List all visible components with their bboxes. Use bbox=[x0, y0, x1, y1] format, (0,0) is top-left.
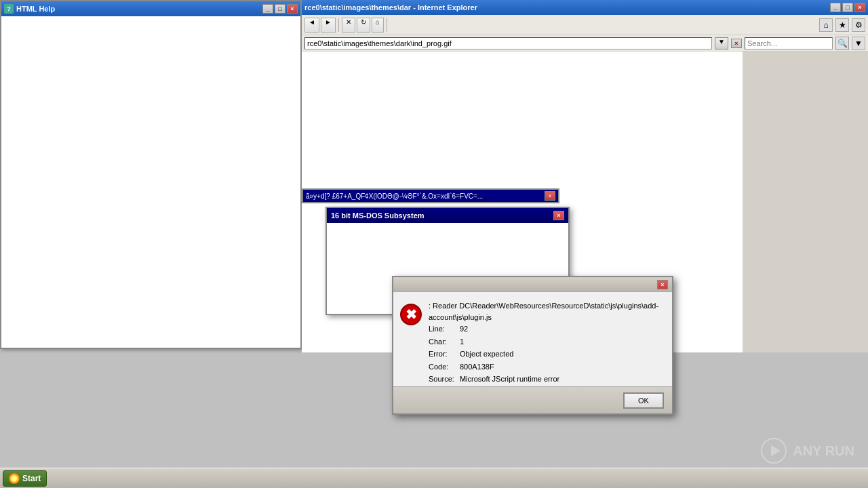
html-help-close-btn[interactable]: × bbox=[287, 4, 298, 14]
error-url-value: DC\Reader\WebResources\ResourceD\static\… bbox=[429, 302, 658, 321]
error-error-row: Error: Object expected bbox=[429, 348, 565, 361]
ie-address-bar: ▼ × 🔍 ▼ bbox=[302, 35, 868, 52]
html-help-title: HTML Help bbox=[16, 5, 55, 13]
error-icon: ✖ bbox=[400, 304, 422, 325]
garbled-window: ã»y+d[? £67+A_QF¢X(lODΘ@-¼ΘF°`&.Ox=xdI`6… bbox=[302, 188, 559, 203]
error-close-btn[interactable]: × bbox=[657, 280, 668, 289]
html-help-maximize-btn[interactable]: □ bbox=[275, 4, 285, 14]
html-help-titlebar: ? HTML Help _ □ × bbox=[1, 1, 300, 16]
msdos-close-btn[interactable]: × bbox=[553, 211, 564, 220]
error-line-label: Line: bbox=[429, 323, 460, 336]
ie-stop-x-btn[interactable]: × bbox=[731, 39, 742, 48]
error-dialog-header: × bbox=[393, 277, 672, 292]
error-code-label: Code: bbox=[429, 361, 460, 373]
html-help-content bbox=[1, 16, 300, 348]
anyrun-text: ANY RUN bbox=[793, 443, 854, 459]
start-button[interactable]: Start bbox=[3, 470, 47, 487]
anyrun-watermark: ANY RUN bbox=[760, 437, 854, 464]
ie-minimize-btn[interactable]: _ bbox=[830, 3, 841, 12]
ie-forward-btn[interactable]: ► bbox=[321, 18, 336, 33]
ie-window-controls: _ □ × bbox=[830, 3, 865, 12]
ie-icon-group: ⌂ ★ ⚙ bbox=[819, 18, 865, 32]
toolbar-sep-1 bbox=[338, 18, 339, 32]
start-icon bbox=[9, 473, 20, 484]
error-char-value: 1 bbox=[460, 336, 565, 348]
error-circle-icon: ✖ bbox=[400, 304, 422, 325]
ie-address-dropdown-btn[interactable]: ▼ bbox=[715, 37, 728, 49]
error-dialog: × ✖ : Reader DC\Reader\WebResources\Reso… bbox=[392, 276, 673, 415]
ie-search-options-btn[interactable]: ▼ bbox=[852, 37, 865, 50]
toolbar-sep-2 bbox=[387, 18, 387, 32]
taskbar: Start bbox=[0, 468, 868, 488]
start-label: Start bbox=[22, 474, 41, 483]
msdos-controls: × bbox=[553, 211, 564, 220]
ie-stop-btn[interactable]: ✕ bbox=[342, 18, 355, 33]
error-url-text: : Reader DC\Reader\WebResources\Resource… bbox=[429, 300, 665, 323]
error-char-label: Char: bbox=[429, 336, 460, 348]
error-dialog-footer: OK bbox=[393, 386, 672, 413]
ie-back-btn[interactable]: ◄ bbox=[304, 18, 319, 33]
ie-maximize-btn[interactable]: □ bbox=[842, 3, 853, 12]
ie-home-btn[interactable]: ⌂ bbox=[372, 18, 384, 33]
error-code-value: 800A138F bbox=[460, 361, 565, 373]
error-source-label: Source: bbox=[429, 373, 460, 386]
error-line-value: 92 bbox=[460, 323, 565, 336]
error-text: : Reader DC\Reader\WebResources\Resource… bbox=[429, 300, 665, 386]
garbled-close-btn[interactable]: × bbox=[545, 191, 555, 201]
error-code-row: Code: 800A138F bbox=[429, 361, 565, 373]
html-help-controls: _ □ × bbox=[262, 4, 298, 14]
error-error-label: Error: bbox=[429, 348, 460, 361]
error-source-row: Source: Microsoft JScript runtime error bbox=[429, 373, 565, 386]
html-help-window: ? HTML Help _ □ × bbox=[0, 0, 302, 349]
garbled-controls: × bbox=[545, 191, 555, 201]
html-help-minimize-btn[interactable]: _ bbox=[262, 4, 273, 14]
error-char-row: Char: 1 bbox=[429, 336, 565, 348]
ie-home-icon-btn[interactable]: ⌂ bbox=[819, 18, 833, 32]
ie-refresh-btn[interactable]: ↻ bbox=[357, 18, 370, 33]
ie-settings-icon-btn[interactable]: ⚙ bbox=[852, 18, 865, 32]
ie-right-panel bbox=[743, 52, 868, 352]
ie-toolbar: ◄ ► ✕ ↻ ⌂ ⌂ ★ ⚙ bbox=[302, 15, 868, 35]
ie-close-btn[interactable]: × bbox=[854, 3, 865, 12]
anyrun-logo-icon bbox=[760, 437, 787, 464]
error-details-table: Line: 92 Char: 1 Error: Object expected … bbox=[429, 323, 565, 386]
html-help-icon: ? bbox=[4, 4, 14, 14]
svg-marker-1 bbox=[771, 445, 781, 456]
error-error-value: Object expected bbox=[460, 348, 565, 361]
ie-search-input[interactable] bbox=[745, 37, 833, 49]
error-reader-text: : Reader bbox=[429, 302, 457, 310]
error-dialog-body: ✖ : Reader DC\Reader\WebResources\Resour… bbox=[393, 292, 672, 386]
ie-search-go-btn[interactable]: 🔍 bbox=[835, 37, 849, 50]
ie-favorites-icon-btn[interactable]: ★ bbox=[835, 18, 849, 32]
ie-titlebar: rce0\static\images\themes\dar - Internet… bbox=[302, 0, 868, 15]
msdos-titlebar: 16 bit MS-DOS Subsystem × bbox=[327, 208, 568, 223]
ie-title: rce0\static\images\themes\dar - Internet… bbox=[304, 3, 477, 12]
ie-address-input[interactable] bbox=[304, 37, 712, 49]
desktop: ? HTML Help _ □ × rce0\static\images\the… bbox=[0, 0, 868, 488]
error-line-row: Line: 92 bbox=[429, 323, 565, 336]
ok-button[interactable]: OK bbox=[623, 392, 664, 409]
garbled-title: ã»y+d[? £67+A_QF¢X(lODΘ@-¼ΘF°`&.Ox=xdI`6… bbox=[306, 192, 483, 200]
error-source-value: Microsoft JScript runtime error bbox=[460, 373, 565, 386]
msdos-title: 16 bit MS-DOS Subsystem bbox=[331, 211, 425, 220]
